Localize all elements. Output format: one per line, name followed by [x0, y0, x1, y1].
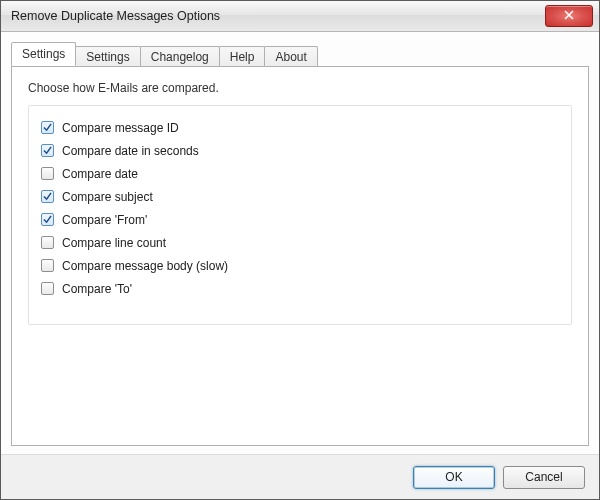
- option-label: Compare message ID: [62, 121, 179, 135]
- instruction-text: Choose how E-Mails are compared.: [28, 81, 572, 95]
- tab-settings-2[interactable]: Settings: [75, 46, 140, 67]
- checkbox-icon: [41, 236, 54, 249]
- window-title: Remove Duplicate Messages Options: [11, 9, 545, 23]
- close-button[interactable]: [545, 5, 593, 27]
- option-label: Compare message body (slow): [62, 259, 228, 273]
- button-bar: OK Cancel: [1, 454, 599, 499]
- checkbox-icon: [41, 282, 54, 295]
- option-compare-date-seconds[interactable]: Compare date in seconds: [41, 139, 559, 162]
- checkbox-icon: [41, 167, 54, 180]
- dialog-window: Remove Duplicate Messages Options Settin…: [0, 0, 600, 500]
- tab-label: Settings: [86, 50, 129, 64]
- option-compare-body[interactable]: Compare message body (slow): [41, 254, 559, 277]
- tab-label: About: [275, 50, 306, 64]
- tab-help[interactable]: Help: [219, 46, 266, 67]
- tab-about[interactable]: About: [264, 46, 317, 67]
- close-icon: [564, 9, 574, 23]
- checkbox-icon: [41, 213, 54, 226]
- button-label: OK: [445, 470, 462, 484]
- option-compare-line-count[interactable]: Compare line count: [41, 231, 559, 254]
- ok-button[interactable]: OK: [413, 466, 495, 489]
- tab-changelog[interactable]: Changelog: [140, 46, 220, 67]
- option-compare-date[interactable]: Compare date: [41, 162, 559, 185]
- option-compare-message-id[interactable]: Compare message ID: [41, 116, 559, 139]
- button-label: Cancel: [525, 470, 562, 484]
- option-compare-subject[interactable]: Compare subject: [41, 185, 559, 208]
- tab-settings[interactable]: Settings: [11, 42, 76, 66]
- option-compare-from[interactable]: Compare 'From': [41, 208, 559, 231]
- client-area: Settings Settings Changelog Help About C…: [1, 32, 599, 499]
- option-label: Compare date in seconds: [62, 144, 199, 158]
- option-label: Compare line count: [62, 236, 166, 250]
- checkbox-icon: [41, 144, 54, 157]
- tabstrip: Settings Settings Changelog Help About: [1, 32, 599, 66]
- checkbox-icon: [41, 259, 54, 272]
- tab-label: Settings: [22, 47, 65, 61]
- checkbox-icon: [41, 190, 54, 203]
- option-compare-to[interactable]: Compare 'To': [41, 277, 559, 300]
- option-label: Compare date: [62, 167, 138, 181]
- option-label: Compare subject: [62, 190, 153, 204]
- tab-label: Help: [230, 50, 255, 64]
- option-label: Compare 'To': [62, 282, 132, 296]
- checkbox-icon: [41, 121, 54, 134]
- tab-label: Changelog: [151, 50, 209, 64]
- options-group: Compare message ID Compare date in secon…: [28, 105, 572, 325]
- tab-panel: Choose how E-Mails are compared. Compare…: [11, 66, 589, 446]
- cancel-button[interactable]: Cancel: [503, 466, 585, 489]
- titlebar: Remove Duplicate Messages Options: [1, 1, 599, 32]
- option-label: Compare 'From': [62, 213, 147, 227]
